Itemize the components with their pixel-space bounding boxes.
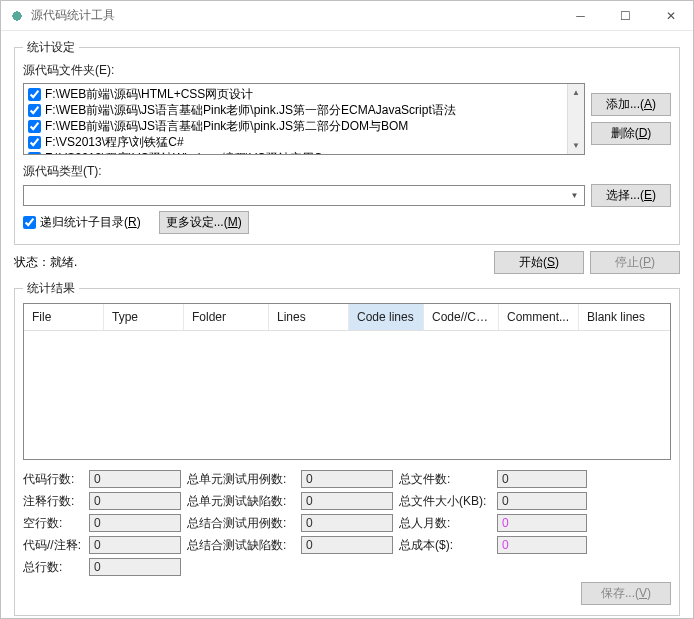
add-button[interactable]: 添加...(A) [591,93,671,116]
folders-label: 源代码文件夹(E): [23,62,671,79]
list-item[interactable]: F:\WEB前端\源码\JS语言基础Pink老师\pink.JS第二部分DOM与… [28,118,580,134]
type-label: 源代码类型(T): [23,163,671,180]
minimize-button[interactable]: ─ [558,1,603,31]
result-listview[interactable]: File Type Folder Lines Code lines Code//… [23,303,671,460]
close-button[interactable]: ✕ [648,1,693,31]
window-controls: ─ ☐ ✕ [558,1,693,31]
save-button: 保存...(V) [581,582,671,605]
unit-cases-value: 0 [301,470,393,488]
scroll-down-icon[interactable]: ▼ [568,137,584,154]
settings-group: 统计设定 源代码文件夹(E): F:\WEB前端\源码\HTML+CSS网页设计… [14,39,680,245]
titlebar: 源代码统计工具 ─ ☐ ✕ [1,1,693,31]
status-value: 就绪. [50,255,77,269]
more-settings-button[interactable]: 更多设定...(M) [159,211,249,234]
stat-label: 总单元测试缺陷数: [187,493,295,510]
total-files-value: 0 [497,470,587,488]
delete-button[interactable]: 删除(D) [591,122,671,145]
cost-value: 0 [497,536,587,554]
table-header: File Type Folder Lines Code lines Code//… [24,304,670,331]
list-item[interactable]: F:\WEB前端\源码\HTML+CSS网页设计 [28,86,580,102]
recurse-checkbox[interactable]: 递归统计子目录(R) [23,214,141,231]
total-lines-value: 0 [89,558,181,576]
combo-defects-value: 0 [301,536,393,554]
result-legend: 统计结果 [23,280,79,297]
combo-cases-value: 0 [301,514,393,532]
stat-label: 总人月数: [399,515,491,532]
stat-label: 总成本($): [399,537,491,554]
stats-grid: 代码行数: 0 总单元测试用例数: 0 总文件数: 0 注释行数: 0 总单元测… [23,470,671,576]
stat-label: 总文件数: [399,471,491,488]
folder-checkbox[interactable] [28,120,41,133]
code-comment-value: 0 [89,536,181,554]
folder-checkbox[interactable] [28,104,41,117]
folder-checkbox[interactable] [28,152,41,156]
app-icon [9,8,25,24]
list-item[interactable]: F:\VS2013\程序\刘铁猛C# [28,134,580,150]
comment-lines-value: 0 [89,492,181,510]
col-codeco[interactable]: Code//Co... [424,304,499,330]
status-row: 状态：就绪. 开始(S) 停止(P) [14,251,680,274]
settings-legend: 统计设定 [23,39,79,56]
unit-defects-value: 0 [301,492,393,510]
stat-label: 总单元测试用例数: [187,471,295,488]
status-label: 状态： [14,255,50,269]
stat-label: 代码//注释: [23,537,83,554]
stat-label: 总结合测试用例数: [187,515,295,532]
col-file[interactable]: File [24,304,104,330]
scrollbar[interactable]: ▲ ▼ [567,84,584,154]
maximize-button[interactable]: ☐ [603,1,648,31]
man-month-value: 0 [497,514,587,532]
result-group: 统计结果 File Type Folder Lines Code lines C… [14,280,680,616]
total-size-value: 0 [497,492,587,510]
stat-label: 空行数: [23,515,83,532]
stop-button: 停止(P) [590,251,680,274]
stat-label: 总文件大小(KB): [399,493,491,510]
col-type[interactable]: Type [104,304,184,330]
scroll-up-icon[interactable]: ▲ [568,84,584,101]
col-comment[interactable]: Comment... [499,304,579,330]
col-lines[interactable]: Lines [269,304,349,330]
col-folder[interactable]: Folder [184,304,269,330]
col-codelines[interactable]: Code lines [349,304,424,330]
chevron-down-icon: ▼ [567,188,582,203]
stat-label: 总行数: [23,559,83,576]
content-area: 统计设定 源代码文件夹(E): F:\WEB前端\源码\HTML+CSS网页设计… [1,31,693,619]
code-lines-value: 0 [89,470,181,488]
folders-listbox[interactable]: F:\WEB前端\源码\HTML+CSS网页设计 F:\WEB前端\源码\JS语… [23,83,585,155]
blank-lines-value: 0 [89,514,181,532]
stat-label: 总结合测试缺陷数: [187,537,295,554]
col-blank[interactable]: Blank lines [579,304,654,330]
stat-label: 注释行数: [23,493,83,510]
folder-checkbox[interactable] [28,88,41,101]
list-item[interactable]: F:\WEB前端\源码\JS语言基础Pink老师\pink.JS第一部分ECMA… [28,102,580,118]
start-button[interactable]: 开始(S) [494,251,584,274]
select-button[interactable]: 选择...(E) [591,184,671,207]
window-title: 源代码统计工具 [31,7,558,24]
type-combobox[interactable]: ▼ [23,185,585,206]
list-item[interactable]: F:\VS2013\程序\VC驿站Windows编程\VC驿站实用C++ [28,150,580,155]
folder-checkbox[interactable] [28,136,41,149]
stat-label: 代码行数: [23,471,83,488]
